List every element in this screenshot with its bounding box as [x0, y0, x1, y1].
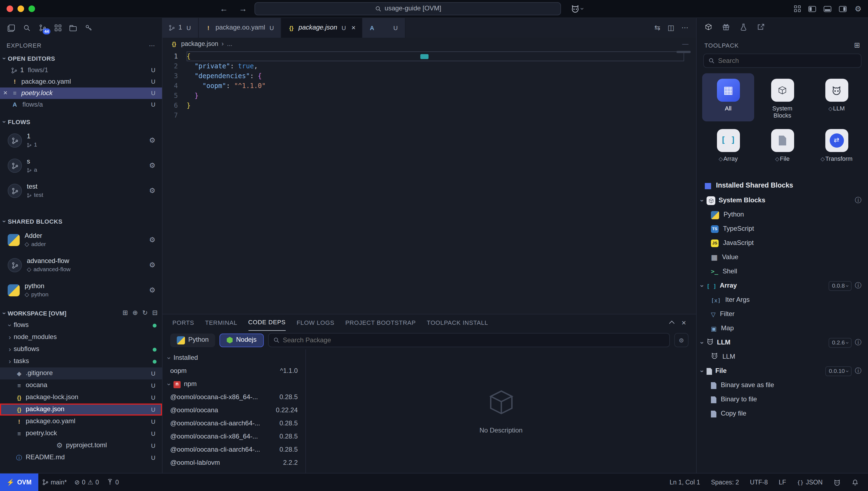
toggle-bottom-panel-icon[interactable]: [824, 6, 832, 12]
breadcrumb[interactable]: {} package.json › ... —: [163, 38, 696, 50]
block-binary-save-as-file[interactable]: Binary save as file: [697, 378, 868, 393]
refresh-icon[interactable]: ↻: [142, 309, 148, 317]
files-icon[interactable]: [8, 24, 15, 31]
indentation[interactable]: Spaces: 2: [707, 478, 743, 486]
tab-flow-1[interactable]: 1 U: [163, 18, 198, 38]
block-llm[interactable]: LLM: [697, 350, 868, 364]
back-icon[interactable]: ←: [216, 4, 231, 14]
split-editor-icon[interactable]: ◫: [668, 23, 674, 32]
category-llm[interactable]: ◇LLM: [811, 73, 863, 121]
version-select[interactable]: 0.0.10›: [825, 366, 851, 376]
info-icon[interactable]: ⓘ: [855, 196, 862, 205]
toggle-left-panel-icon[interactable]: [809, 6, 816, 12]
tree-file-oocana[interactable]: ≡ oocana U: [0, 379, 162, 392]
flow-item[interactable]: 1 1 ⚙: [0, 128, 162, 153]
compare-changes-icon[interactable]: ⇆: [655, 23, 660, 32]
open-editor-item[interactable]: 1 flows/1 U: [0, 64, 162, 76]
category-transform[interactable]: ⇄ ◇Transform: [811, 123, 863, 172]
flow-item[interactable]: s a ⚙: [0, 153, 162, 178]
block-map[interactable]: ▣ Map: [697, 321, 868, 336]
tree-folder-flows[interactable]: › flows: [0, 319, 162, 331]
maximize-panel-icon[interactable]: [669, 321, 675, 326]
block-copy-file[interactable]: Copy file: [697, 407, 868, 421]
package-row[interactable]: @oomol/oocana-cli-x86_64-... 0.28.5: [163, 430, 305, 443]
block-settings-gear-icon[interactable]: ⚙: [149, 235, 156, 245]
block-filter[interactable]: ▽ Filter: [697, 307, 868, 321]
new-toolpack-icon[interactable]: ⊞: [854, 41, 860, 50]
close-tab-icon[interactable]: ×: [351, 23, 355, 32]
notifications-bell-icon[interactable]: [848, 479, 863, 486]
flow-settings-gear-icon[interactable]: ⚙: [149, 186, 156, 196]
tree-folder-tasks[interactable]: › tasks: [0, 355, 162, 368]
more-actions-icon[interactable]: ⋯: [681, 23, 688, 32]
npm-group-header[interactable]: › n npm: [163, 378, 305, 391]
block-typescript[interactable]: TS TypeScript: [697, 222, 868, 236]
category-all[interactable]: ▦ All: [702, 73, 754, 121]
package-row[interactable]: oopm ^1.1.0: [163, 365, 305, 378]
section-llm[interactable]: › LLM 0.2.6› ⓘ: [697, 336, 868, 350]
encoding[interactable]: UTF-8: [746, 478, 772, 486]
explorer-more-icon[interactable]: ⋯: [149, 41, 156, 50]
remote-indicator[interactable]: ⚡ OVM: [0, 473, 38, 491]
eol[interactable]: LF: [775, 478, 790, 486]
installed-group-header[interactable]: › Installed: [163, 352, 305, 365]
tab-terminal[interactable]: TERMINAL: [205, 314, 237, 331]
git-branch[interactable]: main*: [38, 478, 71, 486]
shared-block-item[interactable]: advanced-flow ◇advanced-flow ⚙: [0, 253, 162, 278]
flows-header[interactable]: › FLOWS: [0, 116, 162, 128]
new-file-icon[interactable]: ⊞: [123, 309, 128, 317]
category-system-blocks[interactable]: System Blocks: [756, 73, 808, 121]
inline-annotation-icon[interactable]: [420, 54, 429, 59]
block-iter-args[interactable]: [x] Iter Args: [697, 293, 868, 307]
tree-file-poetry-lock[interactable]: ≡ poetry.lock U: [0, 428, 162, 440]
tab-flow-logs[interactable]: FLOW LOGS: [297, 314, 334, 331]
flow-settings-gear-icon[interactable]: ⚙: [149, 161, 156, 170]
open-editor-item-active[interactable]: × ≡ poetry.lock U: [0, 87, 162, 99]
close-icon[interactable]: ×: [3, 89, 7, 98]
maximize-window-button[interactable]: [28, 5, 35, 12]
gift-icon[interactable]: [722, 23, 730, 33]
tree-file-readme[interactable]: ⓘ README.md U: [0, 452, 162, 464]
section-file[interactable]: › File 0.0.10› ⓘ: [697, 364, 868, 378]
section-array[interactable]: › [ ] Array 0.0.8› ⓘ: [697, 279, 868, 293]
nodejs-manager-button[interactable]: Nodejs: [220, 333, 264, 347]
apps-grid-icon[interactable]: [794, 5, 801, 12]
open-editors-header[interactable]: › OPEN EDITORS: [0, 53, 162, 64]
shared-blocks-header[interactable]: › SHARED BLOCKS: [0, 215, 162, 227]
block-value[interactable]: ▦ Value: [697, 251, 868, 265]
toolpack-box-icon[interactable]: [704, 23, 712, 33]
tree-file-package-oo-yaml[interactable]: ! package.oo.yaml U: [0, 415, 162, 428]
info-icon[interactable]: ⓘ: [855, 339, 862, 347]
version-select[interactable]: 0.2.6›: [829, 338, 851, 347]
tab-ports[interactable]: PORTS: [172, 314, 194, 331]
problems-indicator[interactable]: ⊘ 0 ⚠ 0: [71, 478, 103, 486]
package-row[interactable]: @oomol/oocana 0.22.24: [163, 404, 305, 417]
package-search[interactable]: [268, 333, 670, 347]
toolpack-search[interactable]: [703, 54, 862, 68]
workspace-header[interactable]: › WORKSPACE [OVM] ⊞ ⊕ ↻ ⊟: [0, 307, 162, 319]
info-icon[interactable]: ⓘ: [855, 367, 862, 375]
oomol-menu[interactable]: ›: [571, 4, 584, 13]
toggle-right-panel-icon[interactable]: [839, 6, 847, 12]
block-shell[interactable]: >_ Shell: [697, 265, 868, 279]
tab-toolpack-install[interactable]: TOOLPACK INSTALL: [427, 314, 488, 331]
cursor-position[interactable]: Ln 1, Col 1: [666, 478, 704, 486]
category-array[interactable]: [ ] ◇Array: [702, 123, 754, 172]
tab-code-deps[interactable]: CODE DEPS: [248, 314, 286, 331]
blocks-icon[interactable]: [55, 25, 61, 31]
block-javascript[interactable]: JS JavaScript: [697, 236, 868, 251]
open-editor-item[interactable]: A flows/a U: [0, 99, 162, 111]
new-folder-icon[interactable]: ⊕: [132, 309, 138, 317]
oomol-cat-icon[interactable]: [830, 479, 844, 486]
ports-indicator[interactable]: 0: [103, 478, 123, 486]
package-row[interactable]: @oomol/oocana-cli-aarch64-... 0.28.5: [163, 443, 305, 457]
forward-icon[interactable]: →: [236, 4, 250, 14]
tab-flow-a[interactable]: A U: [362, 18, 405, 38]
block-settings-gear-icon[interactable]: ⚙: [149, 286, 156, 295]
flows-icon[interactable]: 44: [39, 24, 47, 32]
key-icon[interactable]: [85, 24, 92, 32]
folder-icon[interactable]: [70, 25, 77, 31]
settings-gear-icon[interactable]: ⚙: [855, 4, 862, 14]
collapse-all-icon[interactable]: ⊟: [152, 309, 158, 317]
flow-settings-gear-icon[interactable]: ⚙: [149, 136, 156, 145]
